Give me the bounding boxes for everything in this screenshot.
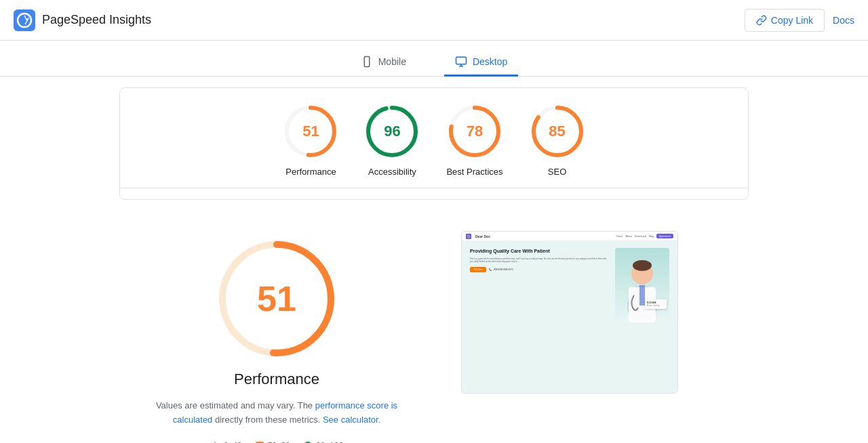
performance-section: 51 Performance Values are estimated and … [119,211,749,443]
legend-item-orange: 50–89 [256,441,290,443]
seo-gauge: 85 [530,104,585,159]
see-calculator-link[interactable]: See calculator. [323,415,380,425]
score-legend: 0–49 50–89 90–100 [210,441,343,443]
svg-rect-3 [364,57,370,67]
performance-gauge: 51 [283,104,338,159]
performance-section-title: Performance [234,371,319,388]
logo-area: PageSpeed Insights [14,9,151,31]
score-card-accessibility[interactable]: 96 Accessibility [365,104,419,177]
performance-detail-right: D Dear Doc Home About Testimonial Blog A… [461,224,749,443]
best-practices-score: 78 [467,123,483,140]
doctor-svg [615,248,669,322]
performance-label: Performance [285,167,336,177]
score-card-seo[interactable]: 85 SEO [530,104,585,177]
large-performance-gauge: 51 [216,238,338,360]
pagespeed-icon [14,9,35,31]
mobile-icon [361,56,373,68]
svg-point-2 [22,20,24,22]
best-practices-label: Best Practices [446,167,502,177]
mobile-tab[interactable]: Mobile [350,49,417,77]
site-screenshot: D Dear Doc Home About Testimonial Blog A… [461,231,678,394]
fake-cta-btn: Call Now [470,267,486,272]
score-card-performance[interactable]: 51 Performance [283,104,338,177]
fake-website-preview: D Dear Doc Home About Testimonial Blog A… [462,232,677,393]
fake-hero-text: Providing Quality Care With Patient This… [470,248,610,322]
accessibility-label: Accessibility [368,167,416,177]
score-cards-container: 51 Performance 96 Accessibility [119,87,749,200]
accessibility-score: 96 [384,123,400,140]
best-practices-gauge: 78 [448,104,502,159]
device-tabs: Mobile Desktop [0,41,868,77]
large-performance-score: 51 [257,278,296,319]
performance-detail-left: 51 Performance Values are estimated and … [119,224,434,443]
cards-divider [120,188,748,188]
desktop-tab[interactable]: Desktop [444,49,518,77]
header-actions: Copy Link Docs [745,9,854,32]
header: PageSpeed Insights Copy Link Docs [0,0,868,41]
fake-hero-title: Providing Quality Care With Patient [470,248,610,255]
fake-hero: Providing Quality Care With Patient This… [462,241,677,329]
seo-label: SEO [548,167,566,177]
svg-rect-22 [639,285,645,305]
fake-logo-icon: D [466,234,471,239]
svg-point-20 [633,260,652,271]
performance-score: 51 [302,123,319,140]
accessibility-gauge: 96 [365,104,419,159]
score-card-best-practices[interactable]: 78 Best Practices [446,104,502,177]
fake-hero-desc: This is a great info for something aroun… [470,257,610,263]
main-content: 51 Performance 96 Accessibility [108,87,760,443]
fake-doctor-image: 8:10 AM Before Eating [615,248,669,322]
fake-cta-row: Call Now 📞 +408 8304 8045 4570 [470,267,610,272]
svg-rect-5 [456,57,466,64]
fake-nav-links: Home About Testimonial Blog Appointment [616,234,673,238]
score-cards: 51 Performance 96 Accessibility [120,104,748,188]
seo-score: 85 [549,123,565,140]
performance-description: Values are estimated and may vary. The p… [148,399,406,427]
fake-nav: D Dear Doc Home About Testimonial Blog A… [462,232,677,241]
fake-phone: 📞 +408 8304 8045 4570 [489,268,513,271]
legend-item-red: 0–49 [210,441,242,443]
fake-brand-name: Dear Doc [475,234,490,238]
fake-time-card: 8:10 AM Before Eating [645,299,667,309]
link-icon [756,15,767,26]
docs-link[interactable]: Docs [833,15,854,26]
app-title: PageSpeed Insights [42,13,151,27]
legend-item-green: 90–100 [304,441,343,443]
desktop-icon [455,56,467,68]
copy-link-button[interactable]: Copy Link [745,9,825,32]
